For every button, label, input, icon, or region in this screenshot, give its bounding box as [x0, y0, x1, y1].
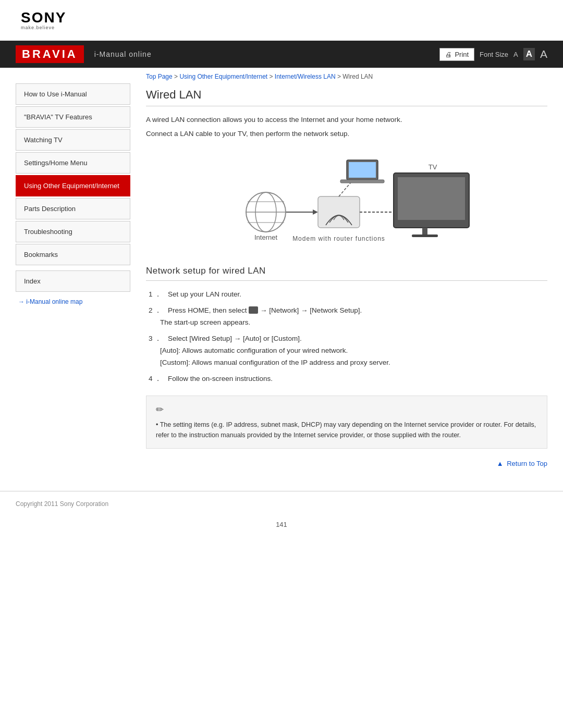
svg-text:Modem with router functions: Modem with router functions: [292, 235, 385, 242]
bravia-subtitle: i-Manual online: [94, 50, 152, 58]
steps-list: 1 ． Set up your LAN router. 2 ． Press HO…: [146, 289, 547, 385]
font-size-small-button[interactable]: A: [513, 51, 518, 58]
intro-line2: Connect a LAN cable to your TV, then per…: [146, 128, 547, 140]
arrow-icon: →: [18, 298, 25, 305]
sidebar-item-bookmarks[interactable]: Bookmarks: [16, 244, 130, 265]
sidebar-item-index[interactable]: Index: [16, 270, 130, 292]
bravia-logo: BRAVIA: [16, 45, 84, 63]
print-button[interactable]: 🖨 Print: [439, 48, 474, 61]
sidebar-item-label: "BRAVIA" TV Features: [24, 113, 92, 121]
svg-rect-8: [318, 196, 360, 228]
sony-tagline: make.believe: [21, 25, 542, 30]
sidebar-item-parts-description[interactable]: Parts Description: [16, 198, 130, 219]
step-number: 4 ．: [149, 375, 162, 382]
sony-logo: SONY make.believe: [21, 9, 542, 30]
svg-rect-11: [349, 162, 376, 178]
header: SONY make.believe: [0, 0, 563, 35]
network-diagram: Internet TV: [216, 150, 477, 254]
step-text: Press HOME, then select: [168, 306, 249, 314]
step-number: 1 ．: [149, 290, 162, 298]
breadcrumb-current: Wired LAN: [342, 73, 373, 80]
step-4: 4 ． Follow the on-screen instructions.: [146, 373, 547, 385]
step-text: Follow the on-screen instructions.: [168, 375, 273, 382]
sidebar-item-label: Using Other Equipment/Internet: [24, 182, 119, 190]
svg-text:TV: TV: [429, 163, 437, 171]
note-box: ✏ The setting items (e.g. IP address, su…: [146, 396, 547, 449]
breadcrumb: Top Page > Using Other Equipment/Interne…: [146, 68, 547, 88]
svg-marker-7: [313, 209, 318, 215]
step-text-after: → [Network] → [Network Setup].: [260, 306, 362, 314]
step-sub: The start-up screen appears.: [160, 317, 547, 329]
sidebar-item-using-other[interactable]: Using Other Equipment/Internet: [16, 175, 130, 196]
sidebar-item-label: Settings/Home Menu: [24, 159, 87, 167]
map-link-label: i-Manual online map: [26, 298, 82, 305]
sidebar-item-troubleshooting[interactable]: Troubleshooting: [16, 221, 130, 242]
breadcrumb-wireless-lan[interactable]: Internet/Wireless LAN: [275, 73, 336, 80]
svg-text:Internet: Internet: [254, 233, 277, 241]
sidebar-item-how-to-use[interactable]: How to Use i-Manual: [16, 83, 130, 105]
note-bullet-list: The setting items (e.g. IP address, subn…: [156, 419, 537, 440]
sony-text: SONY: [21, 9, 542, 26]
font-size-label: Font Size: [480, 51, 508, 58]
sidebar-item-label: Troubleshooting: [24, 228, 72, 236]
bravia-right: 🖨 Print Font Size A A A: [439, 48, 547, 61]
home-icon: [249, 306, 258, 314]
svg-rect-12: [340, 180, 384, 183]
step-3: 3 ． Select [Wired Setup] → [Auto] or [Cu…: [146, 333, 547, 369]
note-item: The setting items (e.g. IP address, subn…: [156, 419, 537, 440]
manual-map-link[interactable]: → i-Manual online map: [16, 298, 130, 305]
bravia-left: BRAVIA i-Manual online: [16, 45, 152, 63]
font-size-medium-button[interactable]: A: [523, 48, 535, 60]
triangle-up-icon: ▲: [497, 460, 504, 467]
sidebar-item-bravia-features[interactable]: "BRAVIA" TV Features: [16, 106, 130, 128]
step-1: 1 ． Set up your LAN router.: [146, 289, 547, 301]
sidebar-item-label: How to Use i-Manual: [24, 90, 87, 98]
step-2: 2 ． Press HOME, then select → [Network] …: [146, 305, 547, 329]
sidebar-item-label: Parts Description: [24, 205, 76, 213]
breadcrumb-separator3: >: [337, 73, 342, 80]
breadcrumb-separator2: >: [270, 73, 275, 80]
return-to-top-link[interactable]: ▲ Return to Top: [497, 460, 547, 467]
step-sub1: [Auto]: Allows automatic configuration o…: [160, 345, 547, 357]
note-pencil-icon: ✏: [156, 404, 537, 415]
content-area: Top Page > Using Other Equipment/Interne…: [130, 68, 547, 486]
step-text: Set up your LAN router.: [168, 290, 241, 298]
print-label: Print: [455, 51, 469, 58]
page-title: Wired LAN: [146, 88, 547, 106]
return-to-top: ▲ Return to Top: [146, 459, 547, 467]
main-container: How to Use i-Manual "BRAVIA" TV Features…: [0, 68, 563, 486]
print-icon: 🖨: [445, 51, 452, 58]
sidebar-item-label: Index: [24, 277, 41, 285]
sidebar: How to Use i-Manual "BRAVIA" TV Features…: [16, 68, 130, 486]
font-size-large-button[interactable]: A: [540, 48, 547, 60]
svg-rect-16: [398, 177, 465, 220]
copyright-text: Copyright 2011 Sony Corporation: [16, 500, 108, 508]
step-number: 3 ．: [149, 335, 162, 342]
step-text: Select [Wired Setup] → [Auto] or [Custom…: [168, 335, 302, 342]
breadcrumb-separator: >: [174, 73, 179, 80]
diagram-container: Internet TV: [146, 150, 547, 255]
sidebar-item-settings-home[interactable]: Settings/Home Menu: [16, 152, 130, 174]
step-sub2: [Custom]: Allows manual configuration of…: [160, 357, 547, 369]
bravia-bar: BRAVIA i-Manual online 🖨 Print Font Size…: [0, 41, 563, 68]
intro-line1: A wired LAN connection allows you to acc…: [146, 114, 547, 126]
sidebar-item-label: Bookmarks: [24, 251, 58, 258]
sidebar-item-watching-tv[interactable]: Watching TV: [16, 129, 130, 151]
svg-rect-18: [412, 235, 438, 237]
breadcrumb-top-page[interactable]: Top Page: [146, 73, 173, 80]
page-number: 141: [0, 515, 563, 534]
section-heading: Network setup for wired LAN: [146, 266, 547, 281]
footer: Copyright 2011 Sony Corporation: [0, 491, 563, 515]
breadcrumb-using-other[interactable]: Using Other Equipment/Internet: [179, 73, 267, 80]
return-to-top-label: Return to Top: [507, 460, 547, 467]
sidebar-item-label: Watching TV: [24, 136, 63, 144]
svg-rect-17: [422, 228, 427, 236]
step-number: 2 ．: [149, 306, 162, 314]
